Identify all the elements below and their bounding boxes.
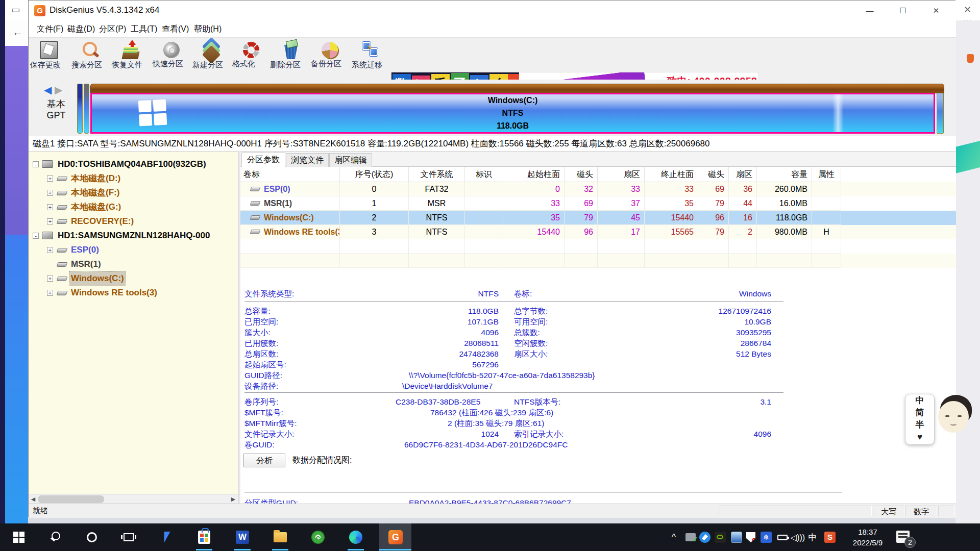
close-button[interactable]: ✕ bbox=[924, 1, 948, 21]
ime-mode-halfwidth[interactable]: 半 bbox=[905, 419, 934, 431]
quick-partition-button[interactable]: 快速分区 bbox=[151, 40, 192, 79]
tree-item-local-g[interactable]: + 本地磁盘(G:) bbox=[29, 200, 238, 214]
diskgenius-taskbar-button[interactable]: G bbox=[383, 523, 408, 551]
ime-heart-icon[interactable]: ♥ bbox=[905, 431, 934, 443]
tree-item-windows-c[interactable]: + Windows(C:) bbox=[29, 271, 238, 286]
table-row-windows-c-selected[interactable]: Windows(C:) 2 NTFS 35 79 45 15440 96 16 … bbox=[240, 211, 956, 225]
recovery-partition-bar[interactable] bbox=[937, 93, 944, 134]
expand-box-icon[interactable]: - bbox=[33, 233, 39, 239]
tab-browse-files[interactable]: 浏览文件 bbox=[286, 153, 329, 167]
recover-files-button[interactable]: 恢复文件 bbox=[110, 40, 151, 79]
tab-sector-edit[interactable]: 扇区编辑 bbox=[329, 153, 372, 167]
taskbar: W e G ^ ✓ ✕ ❄ ◁))) 中 S 18:37 2022/5/9 2 bbox=[0, 523, 980, 551]
col-end-head[interactable]: 磁头 bbox=[698, 167, 729, 182]
tree-item-recovery-e[interactable]: + RECOVERY(E:) bbox=[29, 214, 238, 229]
col-index-status[interactable]: 序号(状态) bbox=[340, 167, 409, 182]
menu-view[interactable]: 查看(V) bbox=[159, 23, 192, 35]
scroll-left-arrow-icon[interactable]: ◀ bbox=[29, 494, 38, 504]
expand-box-icon[interactable]: - bbox=[33, 161, 39, 167]
tree-item-windows-re[interactable]: + Windows RE tools(3) bbox=[29, 286, 238, 300]
expand-box-icon[interactable]: + bbox=[47, 190, 53, 196]
menu-tools[interactable]: 工具(T) bbox=[128, 23, 160, 35]
word-button[interactable]: W bbox=[230, 523, 255, 551]
tree-item-hd0[interactable]: - HD0:TOSHIBAMQ04ABF100(932GB) bbox=[29, 157, 238, 171]
menu-file[interactable]: 文件(F) bbox=[34, 23, 66, 35]
browser-360-button[interactable]: e bbox=[306, 523, 330, 551]
table-row-msr[interactable]: MSR(1) 1 MSR 33 69 37 35 79 44 16.0MB bbox=[240, 196, 956, 211]
toolbar-label: 恢复文件 bbox=[110, 60, 144, 70]
col-end-sector[interactable]: 扇区 bbox=[729, 167, 757, 182]
ime-floating-toolbar[interactable]: 中 简 半 ♥ bbox=[905, 394, 935, 445]
backup-partition-button[interactable]: 备份分区 bbox=[309, 40, 350, 79]
expand-box-icon[interactable]: + bbox=[47, 204, 53, 210]
taskbar-search-button[interactable] bbox=[44, 523, 68, 551]
tree-item-esp[interactable]: + ESP(0) bbox=[29, 243, 238, 257]
prev-disk-arrow-icon[interactable]: ◀ bbox=[44, 84, 52, 95]
expand-box-icon[interactable]: + bbox=[47, 247, 53, 253]
col-volume-label[interactable]: 卷标 bbox=[240, 167, 340, 182]
tree-item-msr[interactable]: MSR(1) bbox=[29, 257, 238, 271]
expand-box-icon[interactable]: + bbox=[47, 176, 53, 182]
esp-partition-bar[interactable] bbox=[77, 84, 83, 134]
detail-value: 786432 (柱面:426 磁头:239 扇区:6) bbox=[430, 407, 553, 418]
edge-button[interactable] bbox=[344, 523, 368, 551]
col-start-head[interactable]: 磁头 bbox=[565, 167, 598, 182]
format-ring-icon bbox=[243, 42, 259, 58]
next-disk-arrow-icon[interactable]: ▶ bbox=[55, 84, 62, 95]
tree-horizontal-scrollbar[interactable]: ◀ ▶ bbox=[29, 494, 238, 504]
pinned-app-lightning[interactable] bbox=[153, 523, 178, 551]
tab-partition-params[interactable]: 分区参数 bbox=[241, 153, 285, 167]
search-partition-button[interactable]: 搜索分区 bbox=[70, 40, 111, 79]
tree-item-local-f[interactable]: + 本地磁盘(F:) bbox=[29, 186, 238, 200]
file-explorer-button[interactable] bbox=[268, 523, 292, 551]
table-row-windows-re[interactable]: Windows RE tools(3) 3 NTFS 15440 96 17 1… bbox=[240, 225, 956, 239]
tray-sogou[interactable]: S bbox=[821, 523, 839, 551]
col-start-sector[interactable]: 扇区 bbox=[598, 167, 645, 182]
col-capacity[interactable]: 容量 bbox=[757, 167, 812, 182]
start-button[interactable] bbox=[7, 523, 31, 551]
tray-expand-chevron[interactable]: ^ bbox=[665, 523, 683, 551]
ime-mode-chinese[interactable]: 中 bbox=[905, 394, 934, 407]
scroll-right-arrow-icon[interactable]: ▶ bbox=[229, 494, 238, 504]
col-flag[interactable]: 标识 bbox=[465, 167, 503, 182]
msr-partition-bar[interactable] bbox=[84, 84, 89, 134]
tree-item-local-d[interactable]: + 本地磁盘(D:) bbox=[29, 171, 238, 186]
col-attributes[interactable]: 属性 bbox=[812, 167, 841, 182]
analyze-button[interactable]: 分析 bbox=[243, 454, 285, 467]
menu-disk[interactable]: 磁盘(D) bbox=[64, 23, 98, 35]
cortana-button[interactable] bbox=[80, 523, 104, 551]
partition-icon bbox=[57, 177, 68, 181]
col-filesystem[interactable]: 文件系统 bbox=[409, 167, 465, 182]
tray-nvidia[interactable] bbox=[711, 523, 729, 551]
disk-header-bar[interactable] bbox=[90, 84, 944, 93]
task-view-button[interactable] bbox=[116, 523, 141, 551]
expand-box-icon[interactable]: + bbox=[47, 290, 53, 296]
wallpaper-orange-shape bbox=[967, 54, 974, 63]
col-end-cylinder[interactable]: 终止柱面 bbox=[645, 167, 698, 182]
menu-partition[interactable]: 分区(P) bbox=[96, 23, 129, 35]
tray-flash-helper[interactable]: ❄ bbox=[757, 523, 775, 551]
taskbar-clock[interactable]: 18:37 2022/5/9 bbox=[843, 527, 892, 548]
table-row-esp[interactable]: ESP(0) 0 FAT32 0 32 33 33 69 36 260.0MB bbox=[240, 182, 956, 196]
expand-box-icon[interactable]: + bbox=[47, 276, 53, 282]
minimize-button[interactable]: — bbox=[858, 1, 881, 21]
notification-badge: 2 bbox=[904, 537, 916, 548]
input-method-indicator[interactable]: 中 bbox=[804, 523, 821, 551]
tree-item-hd1[interactable]: - HD1:SAMSUNGMZNLN128HAHQ-000 bbox=[29, 229, 238, 243]
format-button[interactable]: 格式化 bbox=[231, 40, 272, 79]
col-start-cylinder[interactable]: 起始柱面 bbox=[503, 167, 565, 182]
delete-partition-button[interactable]: 删除分区 bbox=[268, 40, 309, 79]
expand-box-icon[interactable]: + bbox=[47, 218, 53, 224]
background-close-icon[interactable]: ✕ bbox=[964, 4, 971, 15]
shield-icon: ✕ bbox=[746, 532, 755, 542]
system-migration-button[interactable]: 系统迁移 bbox=[350, 40, 391, 79]
diskgenius-icon: G bbox=[388, 530, 403, 544]
menu-help[interactable]: 帮助(H) bbox=[191, 23, 225, 35]
new-partition-button[interactable]: 新建分区 bbox=[191, 40, 232, 79]
scrollbar-thumb[interactable] bbox=[38, 495, 104, 503]
back-arrow-icon[interactable]: ← bbox=[12, 26, 23, 39]
microsoft-store-button[interactable] bbox=[192, 523, 216, 551]
save-changes-button[interactable]: 保存更改 bbox=[29, 40, 69, 79]
maximize-button[interactable]: ☐ bbox=[891, 1, 915, 21]
ime-mode-simplified[interactable]: 简 bbox=[905, 407, 934, 419]
